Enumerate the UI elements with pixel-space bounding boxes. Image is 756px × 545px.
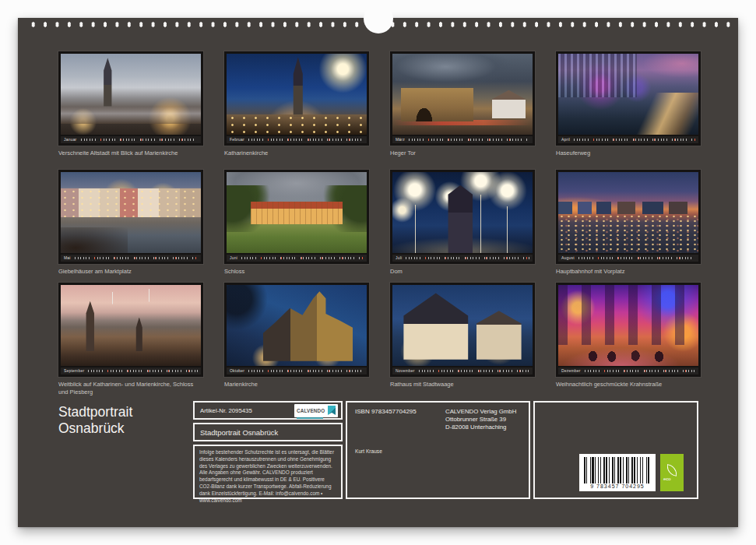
thumb-caption: Katharinenkirche [224,149,366,157]
calendar-title-line1: Stadtportrait [58,404,132,420]
month-thumbnail-grid: Januar Verschneite Altstadt mit Blick au… [58,51,701,396]
hanging-notch [364,4,393,33]
photo-krahnstrasse [558,285,698,366]
month-label: Dezember [561,369,581,373]
calvendo-logo: CALVENDO [294,404,338,417]
publisher-line1: CALVENDO Verlag GmbH [445,408,516,416]
mini-calendar-strip: November [392,367,533,374]
isbn-publisher-box: ISBN 9783457704295 CALVENDO Verlag GmbH … [346,401,530,499]
artikel-nr-box: Artikel-Nr. 2095435 CALVENDO [193,401,343,420]
product-title: Stadtportrait Osnabrück [200,428,278,437]
product-title-box: Stadtportrait Osnabrück [193,423,343,441]
photo-haseuferweg [558,54,698,135]
publisher-address: CALVENDO Verlag GmbH Ottobrunner Straße … [445,408,516,431]
thumb-caption: Verschneite Altstadt mit Blick auf Marie… [58,149,200,157]
thumb-caption: Giebelhäuser am Marktplatz [58,268,200,276]
thumb-mai: Mai Giebelhäuser am Marktplatz [58,170,203,283]
thumb-august: August Hauptbahnhof mit Vorplatz [556,170,701,283]
photo-weitblick [61,285,201,366]
thumb-caption: Haseuferweg [556,149,698,157]
mini-calendar-strip: Oktober [227,367,367,374]
day-numbers [75,257,198,260]
calvendo-book-icon [328,406,336,415]
mini-calendar-strip: Februar [227,136,367,143]
thumb-caption: Marienkirche [224,381,366,389]
thumb-page: Dezember [556,283,701,377]
day-numbers [248,370,364,373]
thumb-dezember: Dezember Weihnachtlich geschmückte Krahn… [556,283,701,396]
leaf-icon [666,464,678,476]
mini-calendar-strip: April [558,136,698,143]
thumb-september: September Weitblick auf Katharinen- und … [58,283,203,396]
thumb-caption: Weihnachtlich geschmückte Krahnstraße [556,381,698,389]
mini-calendar-strip: Januar [61,136,201,143]
thumb-februar: Februar Katharinenkirche [224,51,369,170]
calendar-title: Stadtportrait Osnabrück [58,404,132,437]
isbn-row: ISBN 9783457704295 CALVENDO Verlag GmbH … [355,408,521,431]
thumb-caption: Weitblick auf Katharinen- und Marienkirc… [58,381,200,396]
month-label: August [561,256,575,260]
barcode-area: 9 783457 704295 eco [579,454,684,491]
thumb-caption: Heger Tor [390,149,532,157]
mini-calendar-strip: September [61,367,201,374]
ean-barcode: 9 783457 704295 [579,454,656,491]
mini-calendar-strip: Mai [61,255,201,262]
photo-heger-tor [392,54,533,135]
month-label: März [396,138,405,142]
thumb-oktober: Oktober Marienkirche [224,283,369,396]
thumb-caption: Dom [390,268,532,276]
day-numbers [241,257,364,260]
thumb-page: Januar [58,51,203,146]
barcode-digits: 9 783457 704295 [584,483,651,490]
photo-verschneite-altstadt [61,54,201,135]
photo-hauptbahnhof [558,172,698,253]
thumb-page: November [390,283,535,377]
day-numbers [81,139,199,142]
thumb-page: Juli [390,170,535,264]
day-numbers [574,139,695,142]
mini-calendar-strip: Juni [227,255,367,262]
photo-giebelhaeuser-marktplatz [61,172,201,253]
month-label: November [396,369,415,373]
month-label: April [561,138,570,142]
month-label: Mai [64,256,71,260]
calendar-back-cover: Januar Verschneite Altstadt mit Blick au… [0,0,756,545]
photo-katharinenkirche [227,54,367,135]
mini-calendar-strip: Juli [392,255,533,262]
thumb-caption: Rathaus mit Stadtwaage [390,381,532,389]
day-numbers [248,139,364,142]
calvendo-logo-text: CALVENDO [297,408,325,413]
thumb-caption: Hauptbahnhof mit Vorplatz [556,268,698,276]
isbn: ISBN 9783457704295 [355,408,445,431]
thumb-page: April [556,51,701,146]
thumb-april: April Haseuferweg [556,51,701,170]
publisher-line2: Ottobrunner Straße 39 [445,416,516,424]
artikel-nr: Artikel-Nr. 2095435 [200,407,252,414]
calvendo-tagline-bar [297,417,323,419]
day-numbers [419,370,529,373]
publisher-line3: D-82008 Unterhaching [445,424,516,431]
thumb-maerz: März Heger Tor [390,51,535,170]
mini-calendar-strip: Dezember [558,367,698,374]
month-label: Juli [396,256,402,260]
calendar-title-line2: Osnabrück [58,420,132,437]
mini-calendar-strip: August [558,255,698,262]
barcode-bars [584,457,651,483]
thumb-page: Februar [224,51,369,146]
thumb-juni: Juni Schloss [224,170,369,283]
month-label: September [64,369,84,373]
month-label: Februar [230,138,244,142]
thumb-januar: Januar Verschneite Altstadt mit Blick au… [58,51,203,170]
month-label: Januar [64,138,77,142]
eco-label: eco [663,476,671,481]
thumb-november: November Rathaus mit Stadtwaage [390,283,535,396]
thumb-page: September [58,283,203,377]
photo-schloss [227,172,367,253]
thumb-page: August [556,170,701,264]
barcode-box: 9 783457 704295 eco [533,401,698,499]
day-numbers [406,257,529,260]
day-numbers [409,139,529,142]
day-numbers [578,257,695,260]
calvendo-wordmark: CALVENDO [297,402,325,418]
day-numbers [88,370,198,373]
